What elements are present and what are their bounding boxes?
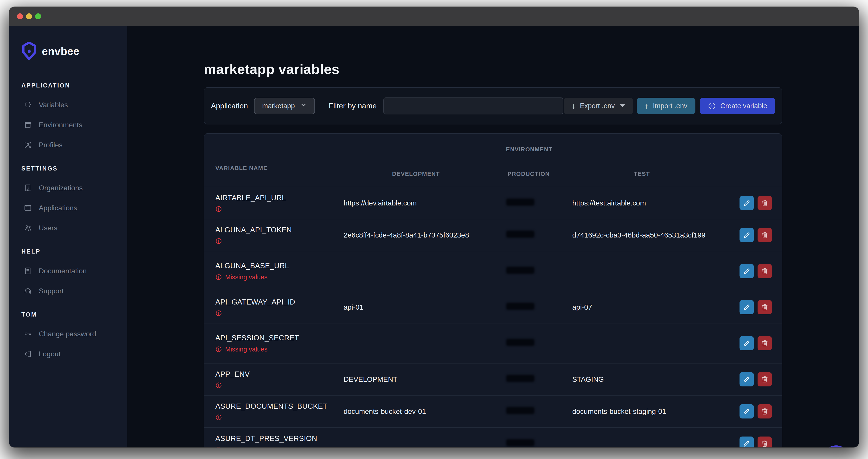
pencil-icon (743, 339, 751, 347)
delete-variable-button[interactable] (757, 436, 772, 448)
variables-table: ENVIRONMENT VARIABLE NAME DEVELOPMENT PR… (204, 133, 782, 448)
key-icon (24, 330, 32, 338)
chat-bubble-button[interactable] (822, 446, 850, 448)
app-window: envbee APPLICATION Variables Environment… (9, 7, 859, 448)
trash-icon (761, 439, 769, 448)
import-env-button[interactable]: ↑ Import .env (637, 98, 695, 114)
variable-name: API_GATEWAY_API_ID (215, 298, 344, 306)
headset-icon (24, 287, 32, 295)
missing-values-warning (215, 382, 344, 389)
redacted-production-value (506, 199, 534, 206)
users-icon (24, 224, 32, 232)
column-header-variable-name: VARIABLE NAME (204, 165, 344, 172)
missing-values-warning (215, 238, 344, 244)
redacted-production-value (506, 303, 534, 310)
edit-variable-button[interactable] (740, 264, 754, 278)
test-value: documents-bucket-staging-01 (569, 407, 715, 416)
variable-name: APP_ENV (215, 370, 344, 379)
edit-variable-button[interactable] (740, 436, 754, 448)
delete-variable-button[interactable] (757, 196, 772, 210)
table-row: AIRTABLE_API_URL https://dev.airtable.co… (204, 187, 782, 219)
redacted-production-value (506, 439, 534, 446)
delete-variable-button[interactable] (757, 264, 772, 278)
development-value: DEVELOPMENT (344, 375, 488, 384)
sidebar-section: HELP Documentation Support (9, 248, 127, 301)
alert-circle-icon (215, 274, 222, 281)
sidebar-item-documentation[interactable]: Documentation (9, 261, 127, 281)
window-icon (24, 204, 32, 212)
trash-icon (761, 375, 769, 383)
edit-variable-button[interactable] (740, 300, 754, 314)
minimize-window-icon[interactable] (26, 13, 32, 20)
profile-icon (24, 141, 32, 149)
edit-variable-button[interactable] (740, 404, 754, 419)
pencil-icon (743, 231, 751, 239)
trash-icon (761, 199, 769, 207)
application-label: Application (211, 101, 248, 110)
sidebar-item-environments[interactable]: Environments (9, 115, 127, 135)
chevron-down-icon (300, 102, 307, 110)
development-value: api-01 (344, 303, 488, 312)
alert-circle-icon (215, 206, 222, 212)
alert-circle-icon (215, 310, 222, 317)
export-env-button[interactable]: ↓ Export .env (564, 98, 633, 114)
alert-circle-icon (215, 238, 222, 244)
circle-plus-icon (708, 102, 716, 110)
alert-circle-icon (215, 382, 222, 389)
sidebar-section-label: APPLICATION (9, 82, 127, 89)
sidebar-item-applications[interactable]: Applications (9, 198, 127, 218)
sidebar-item-support[interactable]: Support (9, 281, 127, 301)
variable-name: ASURE_DT_PRES_VERSION (215, 434, 344, 443)
pencil-icon (743, 303, 751, 311)
alert-circle-icon (215, 346, 222, 353)
create-variable-button[interactable]: Create variable (700, 98, 775, 114)
trash-icon (761, 303, 769, 311)
trash-icon (761, 231, 769, 239)
missing-values-warning: Missing values (215, 273, 344, 281)
column-header-development: DEVELOPMENT (344, 170, 488, 177)
sidebar-nav: APPLICATION Variables Environments Profi… (9, 82, 127, 364)
delete-variable-button[interactable] (757, 404, 772, 419)
redacted-production-value (506, 339, 534, 346)
sidebar-item-organizations[interactable]: Organizations (9, 178, 127, 198)
envbee-logo-icon (22, 42, 36, 61)
variable-name: ALGUNA_BASE_URL (215, 262, 344, 270)
development-value: https://dev.airtable.com (344, 199, 488, 207)
missing-values-warning (215, 446, 344, 448)
filter-by-name-label: Filter by name (329, 101, 377, 110)
edit-variable-button[interactable] (740, 336, 754, 350)
application-select[interactable]: marketapp (254, 98, 315, 114)
close-window-icon[interactable] (17, 13, 23, 20)
sidebar: envbee APPLICATION Variables Environment… (9, 26, 127, 448)
edit-variable-button[interactable] (740, 196, 754, 210)
sidebar-item-change-password[interactable]: Change password (9, 324, 127, 344)
redacted-production-value (506, 267, 534, 274)
delete-variable-button[interactable] (757, 336, 772, 350)
delete-variable-button[interactable] (757, 300, 772, 314)
test-value: STAGING (569, 375, 715, 384)
sidebar-item-logout[interactable]: Logout (9, 344, 127, 364)
zoom-window-icon[interactable] (35, 13, 41, 20)
trash-icon (761, 339, 769, 347)
document-icon (24, 267, 32, 275)
filter-by-name-input[interactable] (383, 98, 563, 114)
delete-variable-button[interactable] (757, 228, 772, 242)
table-row: API_GATEWAY_API_ID api-01 api-07 (204, 291, 782, 323)
edit-variable-button[interactable] (740, 228, 754, 242)
variable-name: API_SESSION_SECRET (215, 334, 344, 342)
development-value: 2e6c8ff4-fcde-4a8f-8a41-b7375f6023e8 (344, 231, 488, 239)
table-body: AIRTABLE_API_URL https://dev.airtable.co… (204, 187, 782, 448)
sidebar-section: APPLICATION Variables Environments Profi… (9, 82, 127, 155)
redacted-production-value (506, 231, 534, 238)
sidebar-item-variables[interactable]: Variables (9, 95, 127, 115)
missing-values-warning: Missing values (215, 346, 344, 353)
sidebar-item-users[interactable]: Users (9, 218, 127, 238)
sidebar-section: TOM Change password Logout (9, 311, 127, 364)
table-row: APP_ENV DEVELOPMENT STAGING (204, 363, 782, 396)
delete-variable-button[interactable] (757, 372, 772, 387)
sidebar-item-profiles[interactable]: Profiles (9, 135, 127, 155)
missing-values-warning (215, 414, 344, 421)
edit-variable-button[interactable] (740, 372, 754, 387)
table-row: ASURE_DT_PRES_VERSION (204, 428, 782, 448)
missing-values-warning (215, 206, 344, 212)
